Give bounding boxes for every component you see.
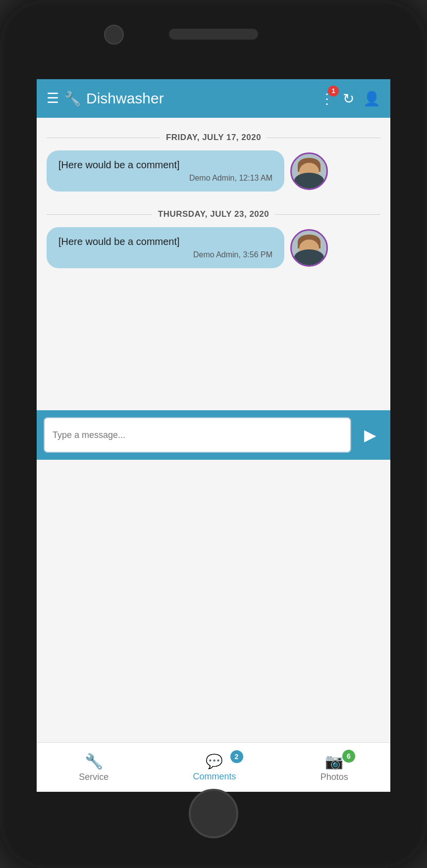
chat-bubble-1: [Here would be a comment] Demo Admin, 12… bbox=[47, 150, 284, 192]
camera-icon: 📷 bbox=[325, 753, 343, 770]
profile-button[interactable]: 👤 bbox=[363, 91, 380, 107]
photos-badge: 6 bbox=[342, 750, 355, 763]
avatar-2 bbox=[290, 229, 328, 267]
nav-label-service: Service bbox=[79, 772, 108, 782]
chat-area: FRIDAY, JULY 17, 2020 [Here would be a c… bbox=[37, 118, 390, 410]
front-camera bbox=[104, 25, 124, 45]
home-button[interactable] bbox=[189, 789, 238, 838]
app-header: ☰ 🔧 Dishwasher ⋮ 1 ↻ 👤 bbox=[37, 79, 390, 118]
more-options-button[interactable]: ⋮ 1 bbox=[320, 91, 334, 107]
app-title: Dishwasher bbox=[86, 90, 320, 107]
nav-item-comments[interactable]: 💬 Comments 2 bbox=[193, 753, 236, 782]
menu-icon[interactable]: ☰ bbox=[47, 92, 59, 105]
nav-item-photos[interactable]: 📷 Photos 6 bbox=[320, 753, 348, 782]
chat-bubble-text-2: [Here would be a comment] bbox=[58, 236, 272, 247]
chat-bubble-text-1: [Here would be a comment] bbox=[58, 159, 272, 171]
nav-label-photos: Photos bbox=[320, 772, 348, 782]
phone-speaker bbox=[169, 29, 258, 40]
date-line bbox=[47, 138, 160, 138]
refresh-button[interactable]: ↻ bbox=[343, 91, 354, 107]
wrench-icon: 🔧 bbox=[85, 753, 103, 770]
header-actions: ⋮ 1 ↻ 👤 bbox=[320, 91, 380, 107]
date-label-2: THURSDAY, JULY 23, 2020 bbox=[158, 209, 269, 219]
bottom-nav: 🔧 Service 💬 Comments 2 📷 Photos 6 bbox=[37, 742, 390, 792]
avatar-shirt-2 bbox=[294, 249, 324, 265]
input-area: ▶ bbox=[37, 410, 390, 460]
date-line bbox=[275, 214, 380, 215]
comment-icon: 💬 bbox=[206, 753, 223, 770]
avatar-1 bbox=[290, 152, 328, 190]
send-button[interactable]: ▶ bbox=[357, 422, 383, 448]
date-line bbox=[47, 214, 152, 215]
header-wrench-icon: 🔧 bbox=[64, 91, 81, 107]
message-input[interactable] bbox=[44, 417, 351, 453]
date-line bbox=[267, 138, 380, 138]
chat-bubble-2: [Here would be a comment] Demo Admin, 3:… bbox=[47, 227, 284, 268]
phone-top-bar bbox=[0, 0, 427, 79]
content-space bbox=[37, 460, 390, 742]
chat-message-row-2: [Here would be a comment] Demo Admin, 3:… bbox=[47, 227, 380, 268]
phone-screen: ☰ 🔧 Dishwasher ⋮ 1 ↻ 👤 FRIDAY, JULY 17, … bbox=[37, 79, 390, 792]
date-label-1: FRIDAY, JULY 17, 2020 bbox=[166, 133, 261, 143]
phone-shell: ☰ 🔧 Dishwasher ⋮ 1 ↻ 👤 FRIDAY, JULY 17, … bbox=[0, 0, 427, 868]
date-divider-2: THURSDAY, JULY 23, 2020 bbox=[47, 209, 380, 219]
nav-item-service[interactable]: 🔧 Service bbox=[79, 753, 108, 782]
chat-bubble-meta-2: Demo Admin, 3:56 PM bbox=[58, 250, 272, 259]
chat-bubble-meta-1: Demo Admin, 12:13 AM bbox=[58, 174, 272, 183]
notification-badge: 1 bbox=[328, 86, 339, 96]
nav-label-comments: Comments bbox=[193, 772, 236, 782]
date-divider-1: FRIDAY, JULY 17, 2020 bbox=[47, 133, 380, 143]
chat-message-row-1: [Here would be a comment] Demo Admin, 12… bbox=[47, 150, 380, 192]
comments-badge: 2 bbox=[230, 750, 243, 763]
avatar-shirt-1 bbox=[294, 173, 324, 189]
